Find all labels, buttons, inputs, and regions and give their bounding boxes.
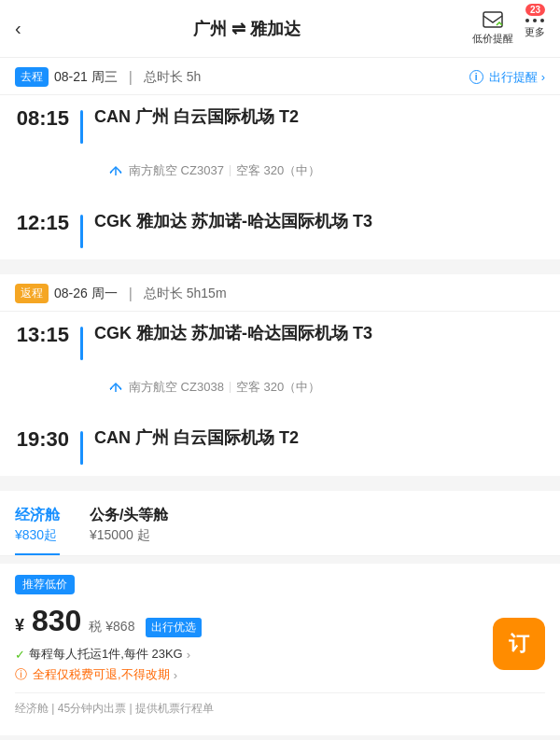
price-tabs: 经济舱 ¥830起 公务/头等舱 ¥15000 起 <box>15 506 545 555</box>
section-gap2 <box>0 483 560 491</box>
flight-divider <box>80 110 83 144</box>
outbound-alert-label: 出行提醒 <box>489 69 538 86</box>
outbound-departure-time: 08:15 <box>15 106 69 131</box>
return-arrival-time: 19:30 <box>15 427 69 452</box>
recommend-badge: 推荐低价 <box>15 575 75 594</box>
return-separator: | <box>129 286 133 302</box>
outbound-separator: | <box>129 69 133 86</box>
header-right: 23 低价提醒 更多 <box>472 11 545 46</box>
price-section: 经济舱 ¥830起 公务/头等舱 ¥15000 起 <box>0 491 560 556</box>
more-icon <box>525 18 545 23</box>
return-departure-info: CGK 雅加达 苏加诺-哈达国际机场 T3 <box>94 323 545 344</box>
return-detail-divider <box>230 382 231 393</box>
header: ‹ 广州 ⇌ 雅加达 23 低价提醒 更多 <box>0 0 560 58</box>
return-header: 返程 08-26 周一 | 总时长 5h15m <box>0 274 560 312</box>
feature-refund-row[interactable]: ⓘ 全程仅税费可退,不得改期 › <box>15 666 493 683</box>
back-button[interactable]: ‹ <box>15 18 21 39</box>
return-badge: 返程 <box>15 284 49 303</box>
return-arrival-airport: CAN 广州 白云国际机场 T2 <box>94 427 545 449</box>
return-date: 08-26 周一 <box>54 286 118 302</box>
book-button[interactable]: 订 <box>493 618 545 670</box>
outbound-alert-arrow: › <box>541 70 545 84</box>
outbound-departure-airport: CAN 广州 白云国际机场 T2 <box>94 106 545 128</box>
detail-divider <box>230 165 231 176</box>
outbound-airline-name: 南方航空 CZ3037 <box>129 162 224 179</box>
return-aircraft: 空客 320（中） <box>236 379 320 396</box>
business-tab-name: 公务/头等舱 <box>90 506 168 525</box>
ticket-main: ¥ 830 税 ¥868 出行优选 ✓ 每程每人托运1件,每件 23KG › ⓘ… <box>15 604 545 683</box>
info-icon: i <box>469 70 483 84</box>
outbound-departure-row: 08:15 CAN 广州 白云国际机场 T2 <box>0 95 560 155</box>
outbound-header: 去程 08-21 周三 | 总时长 5h i 出行提醒 › <box>0 58 560 95</box>
svg-point-3 <box>540 19 544 22</box>
outbound-section: 去程 08-21 周三 | 总时长 5h i 出行提醒 › 08:15 CAN … <box>0 58 560 259</box>
ticket-tag: 出行优选 <box>146 618 202 637</box>
economy-tab[interactable]: 经济舱 ¥830起 <box>15 506 60 555</box>
ticket-tax: 税 ¥868 <box>89 619 134 635</box>
info-circle-icon: ⓘ <box>15 666 27 683</box>
return-arrival-info: CAN 广州 白云国际机场 T2 <box>94 427 545 449</box>
price-alert-label: 低价提醒 <box>472 32 513 46</box>
return-duration: 总时长 5h15m <box>144 286 227 302</box>
ticket-footer: 经济舱 | 45分钟内出票 | 提供机票行程单 <box>15 692 545 724</box>
airline-plane-icon <box>108 163 123 178</box>
return-arrival-row: 19:30 CAN 广州 白云国际机场 T2 <box>0 424 560 476</box>
ticket-features: ✓ 每程每人托运1件,每件 23KG › ⓘ 全程仅税费可退,不得改期 › <box>15 646 493 683</box>
business-tab[interactable]: 公务/头等舱 ¥15000 起 <box>90 506 168 555</box>
business-tab-price: ¥15000 起 <box>90 527 168 544</box>
return-airline-plane-icon <box>108 380 123 395</box>
outbound-date: 08-21 周三 <box>54 69 118 86</box>
return-airline-row: 南方航空 CZ3038 空客 320（中） <box>0 371 560 424</box>
outbound-airline-details: 南方航空 CZ3037 空客 320（中） <box>94 162 320 179</box>
ticket-card: 推荐低价 ¥ 830 税 ¥868 出行优选 ✓ 每程每人托运1件,每件 23K… <box>0 564 560 735</box>
more-button[interactable]: 更多 <box>525 18 545 39</box>
return-departure-time: 13:15 <box>15 323 69 347</box>
notification-badge: 23 <box>525 4 545 16</box>
economy-tab-name: 经济舱 <box>15 506 60 525</box>
outbound-arrival-info: CGK 雅加达 苏加诺-哈达国际机场 T3 <box>94 211 545 232</box>
check-icon: ✓ <box>15 648 25 662</box>
flight-divider2 <box>80 215 83 248</box>
svg-point-2 <box>533 19 537 22</box>
outbound-aircraft: 空客 320（中） <box>236 162 320 179</box>
outbound-tag: 去程 08-21 周三 | 总时长 5h <box>15 67 201 87</box>
ticket-price-row: ¥ 830 税 ¥868 出行优选 <box>15 604 493 638</box>
page-title: 广州 ⇌ 雅加达 <box>21 18 472 40</box>
return-departure-row: 13:15 CGK 雅加达 苏加诺-哈达国际机场 T3 <box>0 312 560 371</box>
outbound-badge: 去程 <box>15 67 49 87</box>
svg-rect-0 <box>483 12 502 27</box>
ticket-left: ¥ 830 税 ¥868 出行优选 ✓ 每程每人托运1件,每件 23KG › ⓘ… <box>15 604 493 683</box>
outbound-arrival-row: 12:15 CGK 雅加达 苏加诺-哈达国际机场 T3 <box>0 207 560 259</box>
economy-tab-price: ¥830起 <box>15 527 60 544</box>
more-label: 更多 <box>525 25 545 39</box>
header-left: ‹ <box>15 18 21 39</box>
return-airline-name: 南方航空 CZ3038 <box>129 379 224 396</box>
outbound-airline-row: 南方航空 CZ3037 空客 320（中） <box>0 155 560 207</box>
return-flight-divider <box>80 327 83 360</box>
return-tag: 返程 08-26 周一 | 总时长 5h15m <box>15 284 227 303</box>
price-alert-icon <box>483 11 503 30</box>
outbound-arrival-airport: CGK 雅加达 苏加诺-哈达国际机场 T3 <box>94 211 545 232</box>
return-airline-details: 南方航空 CZ3038 空客 320（中） <box>94 379 320 396</box>
return-section: 返程 08-26 周一 | 总时长 5h15m 13:15 CGK 雅加达 苏加… <box>0 274 560 476</box>
feature-baggage-text: 每程每人托运1件,每件 23KG <box>29 646 183 663</box>
feature-baggage-row[interactable]: ✓ 每程每人托运1件,每件 23KG › <box>15 646 493 663</box>
feature-refund-text: 全程仅税费可退,不得改期 <box>33 666 170 683</box>
outbound-alert-button[interactable]: i 出行提醒 › <box>469 69 545 86</box>
return-flight-divider2 <box>80 431 83 465</box>
feature-refund-arrow: › <box>174 668 177 682</box>
ticket-price: 830 <box>32 604 81 638</box>
section-gap3 <box>0 556 560 564</box>
ticket-price-prefix: ¥ <box>15 616 24 635</box>
outbound-departure-info: CAN 广州 白云国际机场 T2 <box>94 106 545 128</box>
section-gap1 <box>0 267 560 274</box>
outbound-duration: 总时长 5h <box>144 69 201 86</box>
feature-baggage-arrow: › <box>187 648 190 662</box>
return-departure-airport: CGK 雅加达 苏加诺-哈达国际机场 T3 <box>94 323 545 344</box>
svg-point-1 <box>525 19 529 22</box>
price-alert-button[interactable]: 低价提醒 <box>472 11 513 46</box>
outbound-arrival-time: 12:15 <box>15 211 69 235</box>
